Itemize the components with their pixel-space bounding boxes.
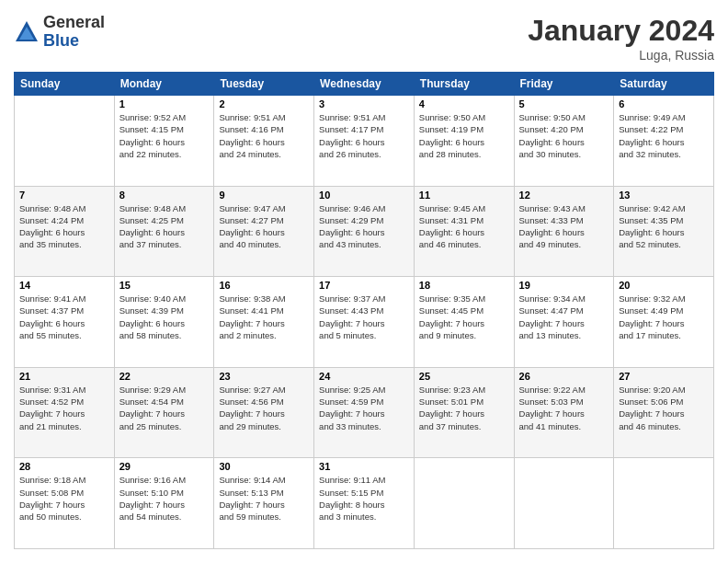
day-info: Sunrise: 9:14 AM Sunset: 5:13 PM Dayligh… [219,474,309,523]
header-sunday: Sunday [15,73,115,96]
calendar-week-4: 28Sunrise: 9:18 AM Sunset: 5:08 PM Dayli… [15,458,714,549]
header-wednesday: Wednesday [314,73,415,96]
day-info: Sunrise: 9:37 AM Sunset: 4:43 PM Dayligh… [319,293,409,341]
table-row [614,458,714,549]
header-monday: Monday [114,73,214,96]
day-number: 5 [519,98,609,109]
day-info: Sunrise: 9:23 AM Sunset: 5:01 PM Dayligh… [419,384,509,432]
table-row: 15Sunrise: 9:40 AM Sunset: 4:39 PM Dayli… [114,277,214,368]
table-row: 24Sunrise: 9:25 AM Sunset: 4:59 PM Dayli… [314,367,415,458]
table-row: 31Sunrise: 9:11 AM Sunset: 5:15 PM Dayli… [314,458,415,549]
day-info: Sunrise: 9:43 AM Sunset: 4:33 PM Dayligh… [519,202,609,251]
day-info: Sunrise: 9:48 AM Sunset: 4:25 PM Dayligh… [119,202,210,251]
day-number: 8 [119,190,210,201]
table-row: 14Sunrise: 9:41 AM Sunset: 4:37 PM Dayli… [15,277,115,368]
day-info: Sunrise: 9:38 AM Sunset: 4:41 PM Dayligh… [219,293,309,341]
table-row: 19Sunrise: 9:34 AM Sunset: 4:47 PM Dayli… [514,277,614,368]
table-row: 29Sunrise: 9:16 AM Sunset: 5:10 PM Dayli… [114,458,214,549]
day-info: Sunrise: 9:27 AM Sunset: 4:56 PM Dayligh… [219,384,309,432]
day-number: 19 [519,280,609,291]
table-row: 30Sunrise: 9:14 AM Sunset: 5:13 PM Dayli… [214,458,314,549]
day-info: Sunrise: 9:16 AM Sunset: 5:10 PM Dayligh… [119,474,210,523]
logo-general-text: General [43,14,105,32]
day-info: Sunrise: 9:22 AM Sunset: 5:03 PM Dayligh… [519,384,609,432]
table-row: 8Sunrise: 9:48 AM Sunset: 4:25 PM Daylig… [114,186,214,277]
day-number: 14 [19,280,109,291]
header-saturday: Saturday [614,73,714,96]
header: General Blue January 2024 Luga, Russia [14,14,714,63]
day-number: 30 [219,461,309,472]
day-number: 3 [319,98,409,109]
calendar-week-3: 21Sunrise: 9:31 AM Sunset: 4:52 PM Dayli… [15,367,714,458]
day-number: 9 [219,190,309,201]
day-info: Sunrise: 9:46 AM Sunset: 4:29 PM Dayligh… [319,202,409,251]
day-number: 7 [19,190,109,201]
day-number: 18 [419,280,509,291]
day-number: 27 [619,371,709,382]
day-info: Sunrise: 9:40 AM Sunset: 4:39 PM Dayligh… [119,293,210,341]
day-info: Sunrise: 9:52 AM Sunset: 4:15 PM Dayligh… [119,111,210,160]
day-number: 31 [319,461,409,472]
day-number: 28 [19,461,109,472]
day-info: Sunrise: 9:35 AM Sunset: 4:45 PM Dayligh… [419,293,509,341]
day-info: Sunrise: 9:18 AM Sunset: 5:08 PM Dayligh… [19,474,109,523]
day-number: 15 [119,280,210,291]
table-row: 9Sunrise: 9:47 AM Sunset: 4:27 PM Daylig… [214,186,314,277]
day-number: 24 [319,371,409,382]
table-row: 26Sunrise: 9:22 AM Sunset: 5:03 PM Dayli… [514,367,614,458]
day-info: Sunrise: 9:34 AM Sunset: 4:47 PM Dayligh… [519,293,609,341]
day-number: 17 [319,280,409,291]
table-row: 23Sunrise: 9:27 AM Sunset: 4:56 PM Dayli… [214,367,314,458]
logo: General Blue [14,14,105,51]
day-info: Sunrise: 9:48 AM Sunset: 4:24 PM Dayligh… [19,202,109,251]
day-info: Sunrise: 9:50 AM Sunset: 4:19 PM Dayligh… [419,111,509,160]
table-row: 1Sunrise: 9:52 AM Sunset: 4:15 PM Daylig… [114,96,214,187]
day-info: Sunrise: 9:29 AM Sunset: 4:54 PM Dayligh… [119,384,210,432]
table-row: 11Sunrise: 9:45 AM Sunset: 4:31 PM Dayli… [414,186,514,277]
day-info: Sunrise: 9:32 AM Sunset: 4:49 PM Dayligh… [619,293,709,341]
table-row: 25Sunrise: 9:23 AM Sunset: 5:01 PM Dayli… [414,367,514,458]
day-number: 2 [219,98,309,109]
day-info: Sunrise: 9:45 AM Sunset: 4:31 PM Dayligh… [419,202,509,251]
table-row: 16Sunrise: 9:38 AM Sunset: 4:41 PM Dayli… [214,277,314,368]
day-info: Sunrise: 9:42 AM Sunset: 4:35 PM Dayligh… [619,202,709,251]
day-info: Sunrise: 9:31 AM Sunset: 4:52 PM Dayligh… [19,384,109,432]
calendar-week-1: 7Sunrise: 9:48 AM Sunset: 4:24 PM Daylig… [15,186,714,277]
table-row [514,458,614,549]
table-row: 27Sunrise: 9:20 AM Sunset: 5:06 PM Dayli… [614,367,714,458]
day-info: Sunrise: 9:50 AM Sunset: 4:20 PM Dayligh… [519,111,609,160]
day-number: 23 [219,371,309,382]
table-row: 13Sunrise: 9:42 AM Sunset: 4:35 PM Dayli… [614,186,714,277]
table-row: 21Sunrise: 9:31 AM Sunset: 4:52 PM Dayli… [15,367,115,458]
header-tuesday: Tuesday [214,73,314,96]
day-info: Sunrise: 9:20 AM Sunset: 5:06 PM Dayligh… [619,384,709,432]
day-info: Sunrise: 9:49 AM Sunset: 4:22 PM Dayligh… [619,111,709,160]
table-row: 10Sunrise: 9:46 AM Sunset: 4:29 PM Dayli… [314,186,415,277]
page: General Blue January 2024 Luga, Russia S… [0,0,728,563]
title-area: January 2024 Luga, Russia [528,14,714,63]
table-row: 18Sunrise: 9:35 AM Sunset: 4:45 PM Dayli… [414,277,514,368]
header-thursday: Thursday [414,73,514,96]
day-info: Sunrise: 9:51 AM Sunset: 4:17 PM Dayligh… [319,111,409,160]
day-number: 11 [419,190,509,201]
day-number: 20 [619,280,709,291]
table-row: 22Sunrise: 9:29 AM Sunset: 4:54 PM Dayli… [114,367,214,458]
day-number: 1 [119,98,210,109]
table-row: 12Sunrise: 9:43 AM Sunset: 4:33 PM Dayli… [514,186,614,277]
calendar: Sunday Monday Tuesday Wednesday Thursday… [14,72,714,549]
day-number: 10 [319,190,409,201]
table-row: 5Sunrise: 9:50 AM Sunset: 4:20 PM Daylig… [514,96,614,187]
logo-text: General Blue [43,14,105,51]
day-number: 12 [519,190,609,201]
day-number: 26 [519,371,609,382]
calendar-week-2: 14Sunrise: 9:41 AM Sunset: 4:37 PM Dayli… [15,277,714,368]
day-number: 13 [619,190,709,201]
day-info: Sunrise: 9:11 AM Sunset: 5:15 PM Dayligh… [319,474,409,523]
table-row: 2Sunrise: 9:51 AM Sunset: 4:16 PM Daylig… [214,96,314,187]
day-number: 25 [419,371,509,382]
day-number: 22 [119,371,210,382]
month-title: January 2024 [528,14,714,48]
day-number: 29 [119,461,210,472]
logo-icon [14,19,40,45]
day-number: 6 [619,98,709,109]
